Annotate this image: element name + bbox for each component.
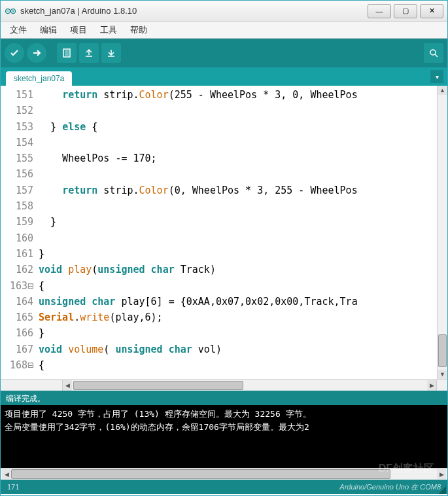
cursor-line: 171: [7, 483, 19, 491]
scroll-left-arrow[interactable]: ◀: [63, 380, 72, 391]
menubar: 文件 编辑 项目 工具 帮助: [1, 22, 447, 39]
code-area[interactable]: return strip.Color(255 - WheelPos * 3, 0…: [39, 86, 437, 379]
menu-edit[interactable]: 编辑: [36, 23, 61, 37]
menu-tools[interactable]: 工具: [96, 23, 121, 37]
code-editor[interactable]: 151152153154155156157158159160161162163⊟…: [1, 86, 447, 379]
save-sketch-button[interactable]: [101, 43, 121, 63]
close-button[interactable]: ✕: [420, 4, 443, 18]
toolbar: [1, 39, 447, 67]
scroll-right-arrow[interactable]: ▶: [427, 380, 436, 391]
tabs-row: sketch_jan07a ▾: [1, 67, 447, 86]
console-line: 全局变量使用了342字节，(16%)的动态内存，余留1706字节局部变量。最大为…: [5, 421, 443, 434]
window-titlebar: sketch_jan07a | Arduino 1.8.10 — ▢ ✕: [1, 1, 447, 22]
line-gutter: 151152153154155156157158159160161162163⊟…: [1, 86, 39, 379]
upload-button[interactable]: [27, 43, 46, 63]
console-output[interactable]: 项目使用了 4250 字节，占用了 (13%) 程序存储空间。最大为 32256…: [1, 405, 447, 468]
horizontal-scrollbar[interactable]: ◀ ▶: [62, 380, 437, 391]
tab-menu-button[interactable]: ▾: [430, 70, 443, 83]
open-sketch-button[interactable]: [79, 43, 99, 63]
svg-point-11: [430, 50, 436, 55]
vscroll-thumb[interactable]: [438, 334, 447, 367]
hscroll-thumb[interactable]: [73, 381, 243, 390]
status-text: 编译完成。: [6, 394, 45, 403]
svg-line-12: [435, 54, 438, 57]
vertical-scrollbar[interactable]: ▲ ▼: [437, 86, 447, 379]
new-sketch-button[interactable]: [57, 43, 77, 63]
console-scroll-right-arrow[interactable]: ▶: [437, 469, 446, 479]
console-hscroll-thumb[interactable]: [11, 469, 390, 479]
maximize-button[interactable]: ▢: [394, 4, 417, 18]
console-line: 项目使用了 4250 字节，占用了 (13%) 程序存储空间。最大为 32256…: [5, 408, 443, 421]
scroll-down-arrow[interactable]: ▼: [438, 370, 447, 379]
menu-help[interactable]: 帮助: [126, 23, 151, 37]
editor-hscroll-row: ◀ ▶: [1, 379, 447, 391]
menu-sketch[interactable]: 项目: [66, 23, 91, 37]
minimize-button[interactable]: —: [368, 4, 391, 18]
arduino-icon: [5, 5, 16, 17]
verify-button[interactable]: [5, 43, 24, 63]
menu-file[interactable]: 文件: [6, 23, 31, 37]
bottom-bar: 171 Arduino/Genuino Uno 在 COM8: [1, 480, 447, 494]
console-scroll-left-arrow[interactable]: ◀: [2, 469, 11, 479]
status-bar: 编译完成。: [1, 391, 447, 405]
console-scrollbar[interactable]: ◀ ▶: [1, 468, 447, 480]
scroll-up-arrow[interactable]: ▲: [438, 86, 447, 95]
tab-sketch[interactable]: sketch_jan07a: [6, 71, 72, 86]
window-title: sketch_jan07a | Arduino 1.8.10: [20, 6, 365, 16]
serial-monitor-button[interactable]: [424, 43, 443, 63]
window-controls: — ▢ ✕: [365, 4, 443, 18]
board-port: Arduino/Genuino Uno 在 COM8: [339, 482, 441, 492]
resize-grip[interactable]: [437, 485, 446, 494]
